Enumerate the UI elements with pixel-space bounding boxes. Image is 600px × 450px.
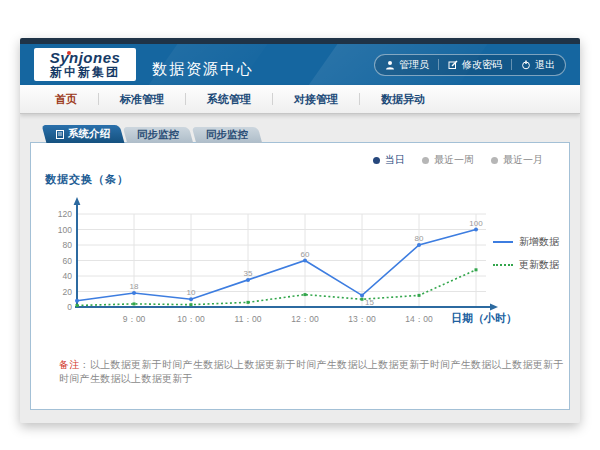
tab-sync-monitor-2[interactable]: 同步监控 [192, 127, 262, 143]
svg-text:35: 35 [244, 269, 253, 278]
user-menu: 管理员 修改密码 退出 [374, 54, 566, 76]
note-label: 备注 [59, 359, 80, 370]
svg-text:100: 100 [469, 219, 483, 228]
chart-legend: 新增数据 更新数据 [493, 235, 559, 281]
svg-text:100: 100 [58, 225, 72, 235]
document-icon [56, 130, 64, 139]
svg-text:20: 20 [63, 287, 73, 297]
app-header: Synjones 新中新集团 数据资源中心 管理员 修改密码 [20, 44, 580, 85]
app-title: 数据资源中心 [152, 60, 254, 79]
content-area: 系统介绍 同步监控 同步监控 当日 [20, 114, 580, 423]
svg-text:11：00: 11：00 [235, 314, 262, 324]
logo-text-en: Synjones [42, 50, 128, 66]
svg-text:60: 60 [63, 256, 73, 266]
legend-label: 更新数据 [519, 258, 559, 272]
legend-item-new-data[interactable]: 新增数据 [493, 235, 559, 249]
svg-text:0: 0 [67, 302, 72, 312]
dotted-line-swatch [493, 264, 513, 266]
logout-label: 退出 [535, 58, 555, 72]
svg-text:9：00: 9：00 [123, 314, 146, 324]
tab-bar: 系统介绍 同步监控 同步监控 [44, 125, 260, 143]
svg-text:40: 40 [63, 271, 73, 281]
chart-panel: 当日 最近一周 最近一月 数据交换（条） 0204060801001209：00… [30, 142, 570, 410]
svg-text:15: 15 [365, 298, 374, 307]
nav-item-standard-mgmt[interactable]: 标准管理 [99, 92, 185, 107]
user-icon [385, 60, 395, 70]
logo-text-cn: 新中新集团 [42, 66, 128, 79]
power-icon [521, 60, 531, 70]
legend-label: 新增数据 [519, 235, 559, 249]
tab-sync-monitor-1[interactable]: 同步监控 [123, 127, 193, 143]
svg-text:10: 10 [187, 288, 196, 297]
user-menu-admin[interactable]: 管理员 [385, 58, 429, 72]
svg-text:80: 80 [415, 234, 424, 243]
logout-button[interactable]: 退出 [521, 58, 555, 72]
divider [511, 59, 512, 70]
logo-accent-dot [67, 51, 71, 55]
x-axis-title: 日期（小时） [451, 311, 517, 326]
note-text: ：以上数据更新于时间产生数据以上数据更新于时间产生数据以上数据更新于时间产生数据… [59, 359, 564, 384]
page: Synjones 新中新集团 数据资源中心 管理员 修改密码 [0, 0, 600, 450]
tab-label: 系统介绍 [68, 127, 110, 141]
change-password-label: 修改密码 [462, 58, 502, 72]
main-nav: 首页 标准管理 系统管理 对接管理 数据异动 [20, 85, 580, 114]
svg-text:60: 60 [301, 250, 310, 259]
username-label: 管理员 [399, 58, 429, 72]
tab-label: 同步监控 [137, 128, 179, 142]
range-label: 最近一月 [503, 153, 543, 167]
company-logo: Synjones 新中新集团 [34, 48, 136, 81]
nav-item-data-change[interactable]: 数据异动 [360, 92, 446, 107]
tab-system-intro[interactable]: 系统介绍 [42, 125, 125, 143]
change-password-button[interactable]: 修改密码 [448, 58, 502, 72]
line-chart: 0204060801001209：0010：0011：0012：0013：001… [39, 157, 504, 345]
svg-text:120: 120 [58, 209, 72, 219]
nav-item-home[interactable]: 首页 [34, 92, 98, 107]
tab-label: 同步监控 [206, 128, 248, 142]
solid-line-swatch [493, 241, 513, 243]
svg-text:14：00: 14：00 [405, 314, 433, 324]
legend-item-update-data[interactable]: 更新数据 [493, 258, 559, 272]
svg-text:10：00: 10：00 [177, 314, 205, 324]
svg-text:80: 80 [63, 240, 73, 250]
nav-item-system-mgmt[interactable]: 系统管理 [186, 92, 272, 107]
nav-item-interface-mgmt[interactable]: 对接管理 [273, 92, 359, 107]
svg-text:12：00: 12：00 [291, 314, 319, 324]
svg-text:13：00: 13：00 [348, 314, 376, 324]
app-window: Synjones 新中新集团 数据资源中心 管理员 修改密码 [20, 38, 580, 423]
edit-icon [448, 60, 458, 70]
svg-text:18: 18 [130, 282, 139, 291]
footnote: 备注：以上数据更新于时间产生数据以上数据更新于时间产生数据以上数据更新于时间产生… [59, 358, 569, 386]
divider [438, 59, 439, 70]
